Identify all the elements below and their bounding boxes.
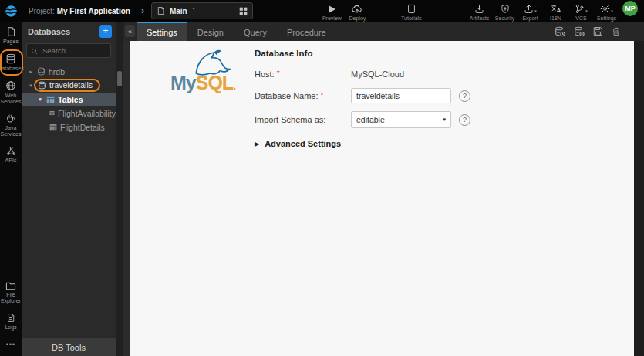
tutorials-label: Tutorials [401,15,422,21]
databases-panel-title: Databases [28,27,99,36]
pages-grid-icon[interactable] [239,7,248,15]
artifacts-label: Artifacts [470,15,489,21]
preview-button[interactable]: Preview [319,1,345,21]
breadcrumb: Project: My First Application [29,7,130,15]
select-caret-icon: ▾ [443,117,446,123]
tree-item-flightdetails[interactable]: FlightDetails [22,120,116,134]
database-icon [38,81,46,90]
tab-bar: « Settings Design Query Procedure [123,22,644,41]
security-button[interactable]: Security [492,1,518,21]
svg-text:A: A [556,7,561,14]
apis-nodes-icon [6,146,16,156]
user-avatar[interactable]: MP [622,1,638,16]
advanced-settings-toggle[interactable]: ▶ Advanced Settings [255,139,470,148]
tab-query[interactable]: Query [234,22,277,41]
export-database-icon[interactable] [574,26,585,37]
java-services-coffee-icon [5,114,16,124]
sidebar-item-java-services[interactable]: Java Services [0,109,22,141]
deploy-button[interactable]: Deploy [345,1,370,21]
vcs-button[interactable]: ▾ VCS [568,1,594,21]
panel-filler [22,134,116,338]
web-services-globe-icon [5,80,16,91]
save-icon[interactable] [593,26,603,36]
vcs-dropdown-caret-icon: ▾ [585,8,588,13]
panel-scrollbar-thumb[interactable] [117,71,122,86]
caret-collapsed-icon[interactable]: ▸ [28,69,34,75]
sidebar-item-apis[interactable]: APIs [0,141,22,168]
collapse-panel-button[interactable]: « [125,25,135,37]
caret-expanded-icon[interactable]: ▾ [28,83,34,89]
tree-item-flightavailability[interactable]: FlightAvailability [22,107,116,120]
caret-expanded-icon[interactable]: ▾ [37,97,43,103]
import-schema-value: editable [356,115,385,124]
i18n-button[interactable]: A I18N [543,1,568,21]
database-search-box[interactable] [26,43,111,58]
db-tools-button[interactable]: DB Tools [22,338,116,356]
deploy-label: Deploy [349,15,366,21]
table-icon [49,124,57,131]
database-toolbar [555,22,644,41]
databases-label: Databases [0,66,24,72]
tutorials-button[interactable]: Tutorials [399,1,424,21]
import-schema-help-icon[interactable]: ? [459,114,470,126]
advanced-settings-label: Advanced Settings [265,139,341,148]
left-gutter [123,41,130,356]
export-button[interactable]: ▾ Export [518,1,543,21]
web-services-label: Web Services [0,93,22,105]
file-explorer-label: File Explorer [0,292,22,304]
settings-button[interactable]: ▾ Settings [594,1,619,21]
wavemaker-logo-icon [5,5,18,18]
left-sidebar: Pages Databases Web Services Java Servic… [0,22,22,356]
delete-trash-icon[interactable] [612,26,621,36]
active-page-selector[interactable]: Main• [151,2,253,19]
sidebar-item-logs[interactable]: Logs [0,308,22,334]
settings-label: Settings [597,15,616,21]
apis-label: APIs [5,158,17,164]
panel-scrollbar[interactable] [116,22,123,356]
app-window: Project: My First Application › Main• Pr… [0,0,644,356]
tables-icon [46,96,55,103]
wavemaker-logo[interactable] [0,0,22,22]
unsaved-indicator: • [193,5,195,12]
sidebar-item-web-services[interactable]: Web Services [0,76,22,109]
database-name-help-icon[interactable]: ? [459,90,470,102]
preview-play-icon [328,4,336,14]
database-name-input[interactable] [351,88,451,103]
sidebar-item-databases[interactable]: Databases [0,49,22,76]
mysql-logo: MySQL. [149,47,257,94]
tab-settings[interactable]: Settings [137,22,187,41]
vcs-branch-icon: ▾ [575,4,588,14]
sidebar-item-pages[interactable]: Pages [0,22,22,49]
add-database-button[interactable]: + [99,25,112,38]
tree-item-label: FlightDetails [60,123,105,132]
databases-panel-header: Databases + [22,22,116,41]
import-schema-select[interactable]: editable ▾ [351,111,451,128]
tab-design[interactable]: Design [187,22,234,41]
sidebar-item-file-explorer[interactable]: File Explorer [0,276,22,308]
tree-item-label: traveldetails [49,80,93,90]
sidebar-more-ellipsis[interactable]: ••• [6,334,15,356]
artifacts-button[interactable]: Artifacts [467,1,492,21]
settings-gear-icon: ▾ [600,4,613,14]
page-icon [157,6,165,15]
i18n-translate-icon: A [551,4,561,14]
pages-label: Pages [3,39,19,45]
search-input[interactable] [41,46,106,56]
reimport-database-icon[interactable] [555,26,565,37]
vcs-label: VCS [575,15,586,21]
logs-document-icon [6,313,15,323]
java-services-label: Java Services [0,125,22,137]
tree-item-tables[interactable]: ▾ Tables [22,93,116,106]
databases-icon [5,53,16,64]
tree-item-hrdb[interactable]: ▸ hrdb [22,65,116,78]
mysql-wordmark-dot: . [233,80,235,92]
tab-procedure[interactable]: Procedure [277,22,336,41]
tree-item-traveldetails[interactable]: ▾ traveldetails [22,79,116,92]
topbar-right-actions: Artifacts Security ▾ Export A I18N [467,1,644,21]
security-label: Security [495,15,514,21]
database-name-label: Database Name:* [255,91,351,100]
project-name: My First Application [57,7,130,15]
table-icon [49,110,55,117]
logs-label: Logs [5,324,16,331]
preview-label: Preview [322,15,342,21]
